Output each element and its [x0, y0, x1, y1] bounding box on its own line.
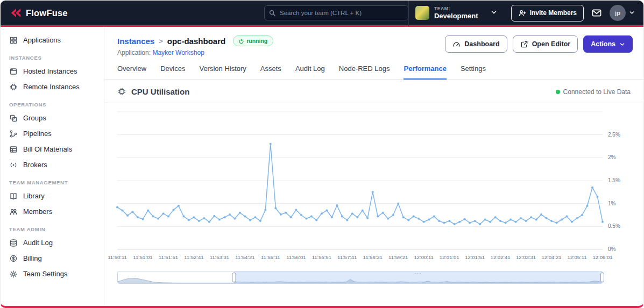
- audit-log-icon: [9, 239, 18, 247]
- sidebar-item-members[interactable]: Members: [1, 204, 104, 219]
- sidebar-item-pipelines[interactable]: Pipelines: [1, 126, 104, 141]
- x-axis-label: 11:52:41: [184, 254, 203, 260]
- sidebar-item-label: Members: [23, 207, 52, 216]
- header-actions: Dashboard Open Editor Actions: [445, 35, 633, 53]
- sidebar-item-remote-instances[interactable]: Remote Instances: [1, 79, 104, 95]
- x-axis-label: 11:59:21: [388, 254, 408, 260]
- x-axis-label: 11:51:51: [159, 254, 178, 260]
- sidebar-item-label: Applications: [23, 36, 61, 44]
- sidebar-item-hosted-instances[interactable]: Hosted Instances: [1, 63, 104, 79]
- user-menu[interactable]: jp: [610, 5, 635, 21]
- application-line: Application: Mayker Workshop: [117, 49, 273, 56]
- content: Applications INSTANCES Hosted Instances …: [1, 27, 643, 306]
- sidebar-section-team-management: TEAM MANAGEMENT: [1, 173, 104, 188]
- sidebar-item-label: Billing: [23, 254, 42, 262]
- team-search: [264, 5, 408, 20]
- open-editor-icon: [520, 40, 528, 48]
- sidebar-item-billing[interactable]: Billing: [1, 250, 104, 266]
- status-badge: running: [233, 35, 273, 46]
- instance-name: opc-dashboard: [167, 37, 225, 46]
- tab-assets[interactable]: Assets: [260, 65, 281, 79]
- sidebar-item-library[interactable]: Library: [1, 188, 104, 204]
- cpu-chart-x-axis: 11:50:1111:51:0111:51:5111:52:4111:53:31…: [117, 254, 603, 262]
- cpu-icon: [117, 87, 126, 96]
- tab-version-history[interactable]: Version History: [199, 65, 246, 79]
- library-icon: [9, 192, 18, 200]
- x-axis-label: 11:53:31: [210, 254, 229, 260]
- breadcrumb-separator: >: [159, 37, 163, 45]
- navbar-right: TEAM: Development Invite Members: [408, 0, 635, 26]
- team-label: TEAM:: [434, 6, 478, 11]
- status-badge-label: running: [246, 38, 267, 44]
- gear-icon: [9, 270, 18, 278]
- y-axis-label: 1%: [608, 200, 615, 206]
- open-editor-button-label: Open Editor: [532, 40, 571, 48]
- y-axis-label: 0.5%: [608, 223, 620, 229]
- sidebar-section-instances: INSTANCES: [1, 48, 104, 63]
- x-axis-label: 12:00:11: [414, 254, 434, 260]
- sidebar-item-applications[interactable]: Applications: [1, 32, 104, 48]
- x-axis-label: 12:03:31: [516, 254, 536, 260]
- avatar[interactable]: jp: [610, 5, 626, 21]
- open-editor-button[interactable]: Open Editor: [513, 35, 578, 53]
- search-input[interactable]: [264, 5, 408, 20]
- team-selector[interactable]: TEAM: Development: [408, 0, 504, 26]
- live-status-dot-icon: [556, 90, 560, 94]
- x-axis-label: 11:54:21: [235, 254, 254, 260]
- dashboard-button[interactable]: Dashboard: [445, 35, 507, 53]
- tab-settings[interactable]: Settings: [461, 65, 486, 79]
- tab-overview[interactable]: Overview: [117, 65, 146, 79]
- tab-performance[interactable]: Performance: [404, 65, 446, 80]
- sidebar-item-team-settings[interactable]: Team Settings: [1, 266, 104, 282]
- dashboard-button-label: Dashboard: [464, 40, 499, 48]
- cpu-chart-minimap[interactable]: ···: [117, 271, 603, 284]
- tab-audit-log[interactable]: Audit Log: [295, 65, 325, 79]
- cpu-chart-plot: 0%0.5%1%1.5%2%2.5%: [117, 112, 603, 249]
- top-navbar: FlowFuse TEAM: Development: [1, 1, 643, 27]
- sidebar-item-audit-log[interactable]: Audit Log: [1, 235, 104, 250]
- sidebar: Applications INSTANCES Hosted Instances …: [1, 27, 104, 306]
- invite-members-button[interactable]: Invite Members: [511, 5, 584, 22]
- live-status: Connected to Live Data: [556, 88, 631, 96]
- minimap-grip-icon[interactable]: ···: [415, 271, 422, 276]
- sidebar-item-label: Hosted Instances: [23, 67, 77, 75]
- x-axis-label: 12:05:11: [567, 254, 586, 260]
- sidebar-item-label: Bill Of Materials: [23, 145, 72, 153]
- minimap-left-handle[interactable]: [232, 273, 236, 282]
- x-axis-label: 11:51:01: [133, 254, 152, 260]
- brand-name: FlowFuse: [26, 8, 68, 18]
- billing-icon: [9, 254, 18, 263]
- cpu-section-title: CPU Utilisation: [131, 87, 189, 96]
- invite-members-label: Invite Members: [530, 9, 577, 17]
- search-icon: [268, 9, 276, 17]
- x-axis-label: 12:01:01: [440, 254, 459, 260]
- minimap-right-handle[interactable]: [600, 273, 604, 282]
- breadcrumb-instances-link[interactable]: Instances: [117, 37, 154, 46]
- sidebar-item-label: Remote Instances: [23, 83, 80, 91]
- instance-tabs: Overview Devices Version History Assets …: [104, 56, 643, 80]
- sidebar-section-team-admin: TEAM ADMIN: [1, 219, 104, 235]
- sidebar-item-label: Pipelines: [23, 130, 52, 138]
- groups-icon: [9, 114, 18, 123]
- tab-devices[interactable]: Devices: [160, 65, 185, 79]
- sidebar-item-brokers[interactable]: Brokers: [1, 157, 104, 173]
- x-axis-label: 11:56:51: [312, 254, 331, 260]
- page-header: Instances > opc-dashboard running Applic…: [104, 27, 643, 56]
- cpu-section-title-row: CPU Utilisation: [117, 87, 189, 96]
- sidebar-item-bill-of-materials[interactable]: Bill Of Materials: [1, 141, 104, 157]
- brokers-icon: [9, 161, 18, 169]
- sidebar-item-groups[interactable]: Groups: [1, 110, 104, 126]
- actions-button-label: Actions: [591, 40, 615, 48]
- team-name: Development: [434, 12, 478, 20]
- flowfuse-logo[interactable]: FlowFuse: [9, 6, 68, 19]
- application-label: Application:: [117, 49, 151, 56]
- mail-icon[interactable]: [591, 8, 602, 18]
- sidebar-item-label: Groups: [23, 114, 46, 122]
- tab-node-red-logs[interactable]: Node-RED Logs: [339, 65, 390, 79]
- sidebar-item-label: Brokers: [23, 161, 47, 169]
- x-axis-label: 12:06:01: [593, 254, 613, 260]
- application-link[interactable]: Mayker Workshop: [152, 49, 204, 56]
- sidebar-section-operations: OPERATIONS: [1, 95, 104, 110]
- actions-button[interactable]: Actions: [583, 35, 633, 53]
- cpu-chart: 0%0.5%1%1.5%2%2.5% 11:50:1111:51:0111:51…: [104, 103, 643, 306]
